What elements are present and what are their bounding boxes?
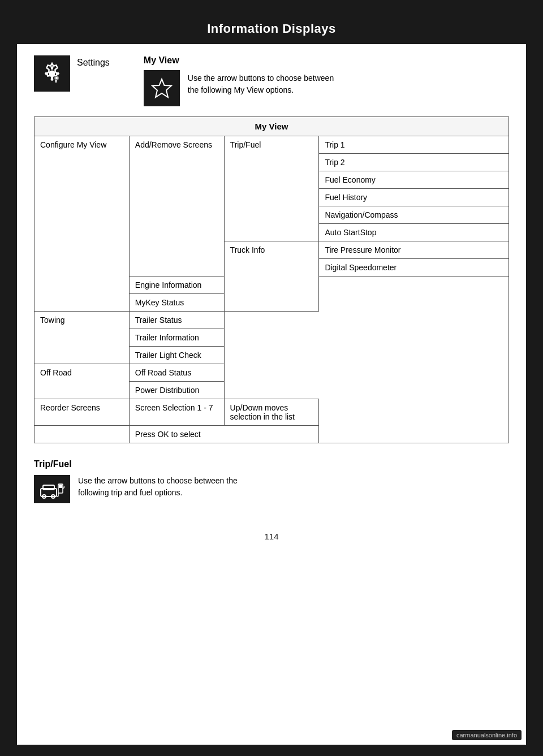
trip-fuel-row: Use the arrow buttons to choose between … [34,475,509,503]
digital-speedometer-option-cell: Digital Speedometer [319,259,509,277]
watermark: carmanualsonline.info [452,730,522,740]
auto-startstop-option-cell: Auto StartStop [319,224,509,241]
off-road-category-cell: Off Road [35,364,130,399]
star-icon-box [144,70,180,106]
my-view-description: Use the arrow buttons to choose between … [188,70,335,96]
content-area: Settings My View Use the arrow buttons t… [17,44,526,515]
trailer-light-check-option-cell: Trailer Light Check [129,347,224,364]
press-ok-cell: Press OK to select [129,426,319,443]
trip1-option-cell: Trip 1 [319,136,509,154]
table-row: Off Road Off Road Status [35,364,509,382]
trailer-status-option-cell: Trailer Status [129,312,224,329]
power-distribution-option-cell: Power Distribution [129,382,224,399]
off-road-status-option-cell: Off Road Status [129,364,224,382]
table-row: Reorder Screens Screen Selection 1 - 7 U… [35,399,509,426]
my-view-section: My View Use the arrow buttons to choose … [144,55,335,106]
add-remove-screens-cell: Add/Remove Screens [129,136,224,277]
trip-fuel-label: Trip/Fuel [34,459,509,469]
mykey-status-option-cell: MyKey Status [129,294,224,312]
engine-info-option-cell: Engine Information [129,277,224,294]
settings-label: Settings [77,55,110,68]
settings-section: Settings [34,55,110,92]
table-row: Configure My View Add/Remove Screens Tri… [35,136,509,154]
trip2-option-cell: Trip 2 [319,154,509,171]
svg-marker-12 [152,79,171,97]
svg-point-2 [55,77,58,79]
star-icon [151,77,173,99]
fuel-history-option-cell: Fuel History [319,189,509,206]
configure-my-view-cell: Configure My View [35,136,130,312]
trip-fuel-icon-box [34,475,70,503]
updown-option-cell: Up/Down moves selection in the list [224,399,319,426]
table-row: Towing Trailer Status [35,312,509,329]
truck-info-category-cell: Truck Info [224,241,319,312]
nav-compass-option-cell: Navigation/Compass [319,206,509,224]
table-row: Press OK to select [35,426,509,443]
page-header: Information Displays [17,11,526,44]
settings-icon-box [34,55,70,92]
trip-fuel-description: Use the arrow buttons to choose between … [78,475,259,499]
my-view-title: My View [144,55,335,66]
page-number: 114 [17,532,526,541]
reorder-screens-label-cell: Reorder Screens [35,399,130,426]
screen-selection-category-cell: Screen Selection 1 - 7 [129,399,224,426]
svg-rect-18 [59,485,62,488]
table-header: My View [35,117,509,136]
my-view-table: My View Configure My View Add/Remove Scr… [34,116,509,443]
trailer-info-option-cell: Trailer Information [129,329,224,347]
page: Information Displays [17,11,526,745]
svg-point-3 [49,71,55,76]
towing-category-cell: Towing [35,312,130,364]
fuel-economy-option-cell: Fuel Economy [319,171,509,189]
trip-fuel-icon [40,479,64,499]
page-title: Information Displays [207,21,336,36]
gear-icon [41,62,63,85]
trip-fuel-category-cell: Trip/Fuel [224,136,319,241]
trip-fuel-section: Trip/Fuel [34,459,509,503]
settings-myview-row: Settings My View Use the arrow buttons t… [34,55,509,106]
tire-pressure-option-cell: Tire Pressure Monitor [319,241,509,259]
